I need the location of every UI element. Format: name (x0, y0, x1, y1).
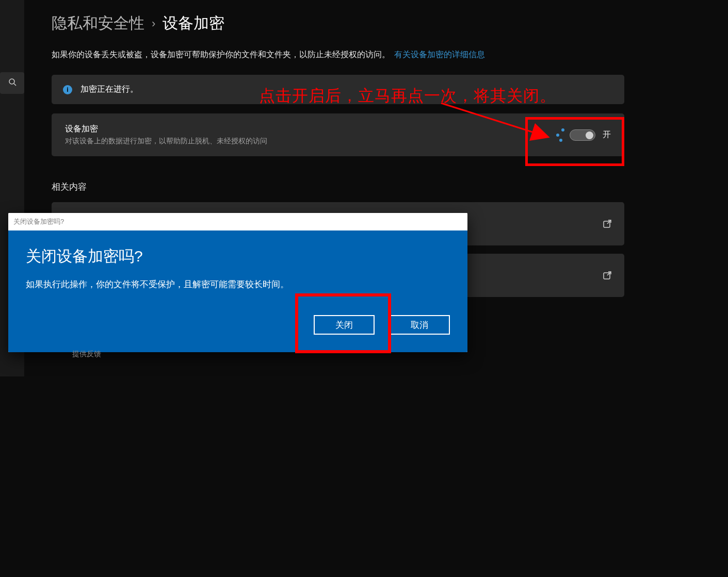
dialog-message: 如果执行此操作，你的文件将不受保护，且解密可能需要较长时间。 (26, 278, 450, 290)
setting-title: 设备加密 (65, 124, 267, 135)
dialog-titlebar-text: 关闭设备加密吗? (13, 217, 64, 226)
page-title: 设备加密 (163, 13, 224, 34)
svg-point-0 (9, 79, 14, 84)
status-text: 加密正在进行。 (80, 84, 138, 95)
dialog-heading: 关闭设备加密吗? (26, 246, 450, 267)
related-content-heading: 相关内容 (52, 181, 624, 193)
description-text: 如果你的设备丢失或被盗，设备加密可帮助保护你的文件和文件夹，以防止未经授权的访问… (52, 50, 390, 59)
annotation-text: 点击开启后，立马再点一次，将其关闭。 (259, 85, 556, 107)
toggle-knob (586, 131, 593, 139)
learn-more-link[interactable]: 有关设备加密的详细信息 (394, 50, 485, 59)
dialog-close-button[interactable]: 关闭 (314, 315, 375, 335)
dialog-body: 关闭设备加密吗? 如果执行此操作，你的文件将不受保护，且解密可能需要较长时间。 … (8, 230, 467, 352)
feedback-link-fragment: 提供反馈 (72, 350, 101, 359)
info-icon: i (63, 85, 72, 94)
dialog-titlebar: 关闭设备加密吗? (8, 213, 467, 230)
page-description: 如果你的设备丢失或被盗，设备加密可帮助保护你的文件和文件夹，以防止未经授权的访问… (52, 50, 624, 60)
search-button[interactable] (0, 72, 24, 94)
open-external-icon (603, 219, 612, 228)
toggle-state-label: 开 (603, 129, 611, 140)
setting-control: 开 (558, 128, 611, 142)
confirm-dialog: 关闭设备加密吗? 关闭设备加密吗? 如果执行此操作，你的文件将不受保护，且解密可… (8, 213, 467, 352)
open-external-icon (603, 271, 612, 280)
device-encryption-setting-card: 设备加密 对该设备上的数据进行加密，以帮助防止脱机、未经授权的访问 开 (52, 113, 624, 156)
loading-sparkle-icon (558, 128, 561, 142)
svg-line-1 (14, 84, 16, 86)
dialog-button-row: 关闭 取消 (26, 315, 450, 335)
search-icon (8, 78, 17, 88)
setting-subtitle: 对该设备上的数据进行加密，以帮助防止脱机、未经授权的访问 (65, 137, 267, 146)
device-encryption-toggle[interactable] (570, 129, 595, 141)
chevron-right-icon: › (152, 17, 155, 30)
dialog-cancel-button[interactable]: 取消 (389, 315, 450, 335)
breadcrumb: 隐私和安全性 › 设备加密 (52, 13, 624, 34)
breadcrumb-parent[interactable]: 隐私和安全性 (52, 13, 144, 34)
setting-text-block: 设备加密 对该设备上的数据进行加密，以帮助防止脱机、未经授权的访问 (65, 124, 267, 146)
